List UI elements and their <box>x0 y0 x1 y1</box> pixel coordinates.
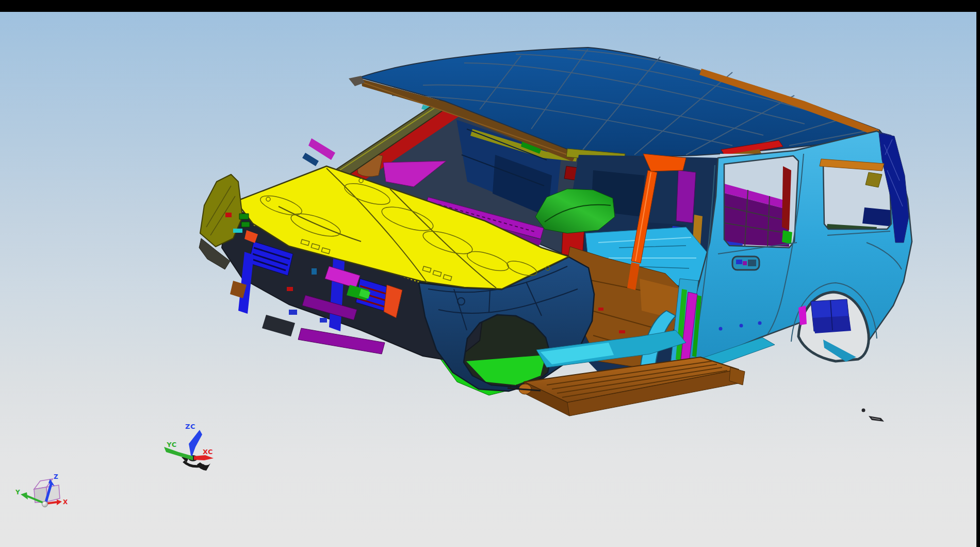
wcs-z-label: ZC <box>185 423 195 430</box>
application-window: ZC YC XC Z Y <box>0 0 980 547</box>
cad-3d-viewport[interactable]: ZC YC XC Z Y <box>0 0 980 547</box>
door-handle-pocket[interactable] <box>732 256 759 270</box>
wcs-triad[interactable]: ZC YC XC <box>164 423 214 471</box>
debris-parts[interactable] <box>862 409 885 422</box>
biw-model[interactable] <box>199 47 912 422</box>
view-x-label: X <box>63 498 68 506</box>
wcs-y-axis[interactable]: YC <box>164 441 193 460</box>
door-inner-purple <box>676 170 696 223</box>
view-y-label: Y <box>15 489 20 496</box>
wcs-x-label: XC <box>203 448 213 456</box>
view-z-label: Z <box>54 473 58 480</box>
window-top-bar <box>0 0 980 12</box>
wcs-x-axis[interactable]: XC <box>194 448 214 460</box>
window-right-bar <box>976 0 980 547</box>
view-orientation-triad[interactable]: Z Y X <box>15 473 68 507</box>
scene-canvas[interactable]: ZC YC XC Z Y <box>0 0 980 547</box>
wcs-z-axis[interactable]: ZC <box>185 423 202 458</box>
wcs-y-label: YC <box>166 441 177 448</box>
